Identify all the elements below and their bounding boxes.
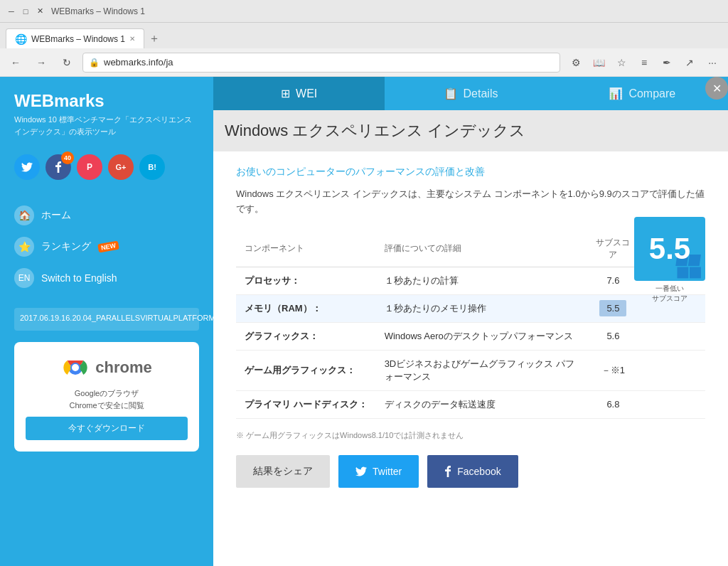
page-content: WEBmarks Windows 10 標準ベンチマーク「エクスペリエンス イン… (0, 77, 728, 566)
tab-bar: 🌐 WEBmarks – Windows 1 ✕ ＋ (0, 23, 728, 48)
table-row: メモリ（RAM）： (236, 294, 376, 322)
col-detail: 評価についての詳細 (376, 231, 585, 267)
sidebar-title: WEBmarks (14, 91, 199, 111)
table-row: グラフィックス： (236, 322, 376, 350)
table-subscore: 6.8 (585, 390, 641, 418)
bench-id-text: 2017.06.19.16.20.04_PARALLELSVIRTUALPLAT… (20, 314, 213, 322)
facebook-btn[interactable]: Facebook (427, 455, 518, 488)
chrome-ad: chrome Googleのブラウザ Chromeで安全に閲覧 今すぐダウンロー… (14, 342, 199, 452)
gplus-label: G+ (116, 163, 127, 171)
minimize-btn[interactable]: ─ (6, 6, 17, 17)
new-badge: NEW (97, 241, 119, 253)
security-icon: 🔒 (89, 58, 100, 68)
facebook-share-btn[interactable]: 40 (46, 154, 71, 180)
nav-right-icons: ⚙ 📖 ☆ ≡ ✒ ↗ ··· (566, 53, 722, 73)
sidebar-home-label: ホーム (41, 209, 71, 222)
ranking-icon: ⭐ (14, 237, 34, 257)
tab-compare[interactable]: 📊 Compare (557, 77, 728, 110)
menu-icon[interactable]: ≡ (634, 53, 654, 73)
browser-title: WEBmarks – Windows 1 (51, 6, 145, 16)
home-icon: 🏠 (14, 205, 34, 225)
share-btn-label: 結果をシェア (253, 465, 313, 478)
twitter-btn-label: Twitter (373, 466, 402, 477)
table-subscore: －※1 (585, 350, 641, 390)
pen-icon[interactable]: ✒ (657, 53, 677, 73)
address-bar[interactable]: 🔒 webmarks.info/ja (82, 53, 560, 73)
overlay-close-btn[interactable]: ✕ (705, 77, 728, 100)
twitter-share-btn[interactable] (14, 154, 40, 180)
tab-close-btn[interactable]: ✕ (129, 35, 135, 43)
hatena-share-btn[interactable]: B! (139, 154, 165, 180)
svg-rect-6 (678, 267, 689, 278)
table-detail: 3Dビジネスおよびゲームグラフィックス パフォーマンス (376, 350, 585, 390)
title-bar: ─ □ ✕ WEBmarks – Windows 1 (0, 0, 728, 23)
browser-tab[interactable]: 🌐 WEBmarks – Windows 1 ✕ (6, 28, 144, 48)
maximize-btn[interactable]: □ (20, 6, 31, 17)
hatena-label: B! (148, 163, 156, 171)
perf-link[interactable]: お使いのコンピューターのパフォーマンスの評価と改善 (236, 166, 705, 178)
twitter-btn-icon (355, 466, 367, 476)
col-component: コンポーネント (236, 231, 376, 267)
tab-nav: ⊞ WEI 📋 Details 📊 Compare (213, 77, 728, 110)
content-area: Windows エクスペリエンス インデックス お使いのコンピューターのパフォー… (213, 110, 728, 566)
page-title: Windows エクスペリエンス インデックス (213, 110, 728, 151)
chrome-logo-icon (61, 353, 90, 382)
bench-info: 2017.06.19.16.20.04_PARALLELSVIRTUALPLAT… (14, 308, 199, 331)
reading-view-icon[interactable]: 📖 (589, 53, 609, 73)
table-subscore: 7.6 (585, 267, 641, 294)
sidebar-nav: 🏠 ホーム ⭐ ランキング NEW EN Switch to English (14, 203, 199, 291)
twitter-btn[interactable]: Twitter (338, 455, 419, 488)
pocket-share-btn[interactable]: P (77, 154, 102, 180)
new-tab-btn[interactable]: ＋ (144, 28, 164, 48)
perf-description: Windows エクスペリエンス インデックスは、主要なシステム コンポーネント… (236, 187, 705, 217)
sidebar-subtitle: Windows 10 標準ベンチマーク「エクスペリエンス インデックス」の表示ツ… (14, 114, 199, 137)
url-text: webmarks.info/ja (104, 57, 554, 68)
settings-icon[interactable]: ⚙ (566, 53, 586, 73)
share-icon[interactable]: ↗ (680, 53, 700, 73)
sidebar-ranking-label: ランキング (41, 240, 91, 253)
big-score-value: 5.5 (649, 232, 690, 266)
details-tab-label: Details (464, 87, 498, 100)
table-detail: １秒あたりのメモリ操作 (376, 294, 585, 322)
nav-bar: ← → ↻ 🔒 webmarks.info/ja ⚙ 📖 ☆ ≡ ✒ ↗ ··· (0, 48, 728, 77)
main-content: ✕ ⊞ WEI 📋 Details 📊 Compare W (213, 77, 728, 566)
close-btn[interactable]: ✕ (34, 6, 46, 17)
sidebar: WEBmarks Windows 10 標準ベンチマーク「エクスペリエンス イン… (0, 77, 213, 566)
footnote: ※ ゲーム用グラフィックスはWindows8.1/10では計測されません (236, 430, 705, 441)
action-buttons: 結果をシェア Twitter Facebook (236, 455, 705, 488)
tab-wei[interactable]: ⊞ WEI (213, 77, 385, 110)
table-basescore (641, 350, 705, 390)
svg-rect-7 (690, 267, 701, 278)
svg-point-3 (72, 364, 79, 371)
share-result-btn[interactable]: 結果をシェア (236, 455, 330, 488)
big-score-label: 一番低いサブスコア (652, 284, 687, 304)
sidebar-item-home[interactable]: 🏠 ホーム (14, 203, 199, 228)
sidebar-item-switch-lang[interactable]: EN Switch to English (14, 265, 199, 291)
table-subscore: 5.5 (585, 294, 641, 322)
big-score-container: 5.5 一番低いサブスコア (634, 217, 705, 304)
tab-favicon: 🌐 (15, 33, 27, 45)
tab-details[interactable]: 📋 Details (385, 77, 556, 110)
refresh-btn[interactable]: ↻ (57, 53, 77, 73)
chrome-download-btn[interactable]: 今すぐダウンロード (26, 417, 188, 440)
back-btn[interactable]: ← (6, 53, 26, 73)
chrome-name: chrome (95, 358, 151, 377)
table-basescore (641, 322, 705, 350)
lang-icon: EN (14, 268, 34, 288)
table-detail: Windows Aeroのデスクトップパフォーマンス (376, 322, 585, 350)
forward-btn[interactable]: → (31, 53, 51, 73)
table-basescore (641, 390, 705, 418)
table-detail: ディスクのデータ転送速度 (376, 390, 585, 418)
table-detail: １秒あたりの計算 (376, 267, 585, 294)
compare-tab-label: Compare (628, 87, 675, 100)
sidebar-item-ranking[interactable]: ⭐ ランキング NEW (14, 234, 199, 260)
table-row: ゲーム用グラフィックス： (236, 350, 376, 390)
googleplus-share-btn[interactable]: G+ (108, 154, 134, 180)
more-icon[interactable]: ··· (702, 53, 722, 73)
tab-label: WEBmarks – Windows 1 (31, 34, 125, 44)
wei-tab-label: WEI (296, 87, 317, 100)
facebook-btn-label: Facebook (457, 466, 500, 477)
wei-tab-icon: ⊞ (281, 87, 290, 100)
favorites-icon[interactable]: ☆ (611, 53, 631, 73)
window-controls[interactable]: ─ □ ✕ (6, 6, 46, 17)
